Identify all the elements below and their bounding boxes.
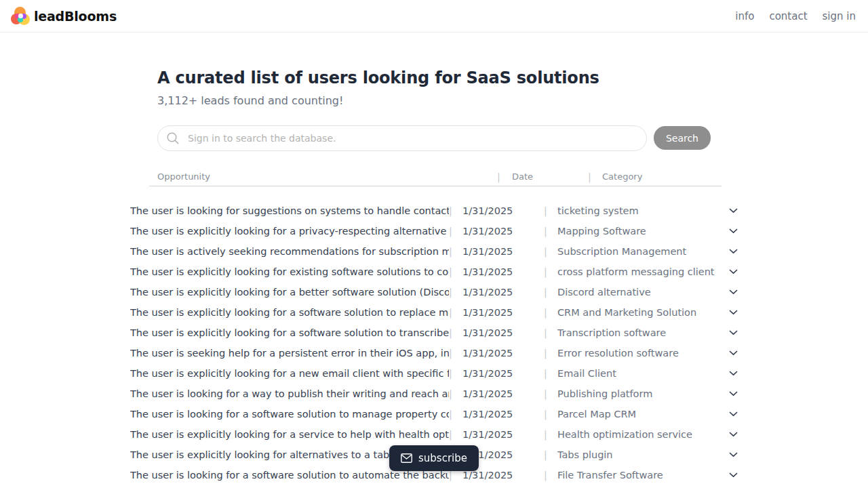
column-separator: | [449,470,462,481]
hero-section: A curated list of users looking for SaaS… [130,68,738,151]
column-header-date: Date [512,171,588,182]
opportunity-cell: The user is looking for suggestions on s… [130,205,449,216]
nav-link-contact[interactable]: contact [769,10,807,22]
table-row[interactable]: The user is explicitly looking for a sof… [130,323,738,343]
category-cell: Parcel Map CRM [557,409,722,420]
opportunity-cell: The user is explicitly looking for a sof… [130,307,449,318]
table-row[interactable]: The user is explicitly looking for a ser… [130,424,738,445]
chevron-down-icon[interactable] [729,391,738,396]
opportunity-cell: The user is explicitly looking for a sof… [130,327,449,338]
table-row[interactable]: The user is actively seeking recommendat… [130,241,738,262]
column-separator: | [544,449,557,460]
category-cell: ticketing system [557,205,722,216]
date-cell: 1/31/2025 [462,348,544,359]
table-row[interactable]: The user is explicitly looking for exist… [130,262,738,282]
category-cell: Tabs plugin [557,449,722,460]
chevron-down-icon[interactable] [729,269,738,274]
column-separator: | [449,226,462,237]
column-separator: | [544,226,557,237]
column-separator: | [449,429,462,440]
opportunity-cell: The user is looking for a way to publish… [130,388,449,399]
column-separator: | [449,409,462,420]
search-bar: Search [157,125,711,151]
subscribe-label: subscribe [418,452,467,464]
table-row[interactable]: The user is explicitly looking for a sof… [130,302,738,323]
search-input[interactable] [157,125,647,151]
date-cell: 1/31/2025 [462,226,544,237]
date-cell: 1/31/2025 [462,307,544,318]
chevron-down-icon[interactable] [729,350,738,356]
table-row[interactable]: The user is looking for a software solut… [130,404,738,424]
table-header: Opportunity | Date | Category [149,171,722,186]
envelope-icon [401,453,412,463]
opportunity-cell: The user is explicitly looking for a new… [130,368,449,379]
category-cell: Discord alternative [557,287,722,298]
brand[interactable]: leadBlooms [11,7,117,26]
search-icon [166,131,180,145]
date-cell: 1/31/2025 [462,266,544,277]
opportunity-cell: The user is actively seeking recommendat… [130,246,449,257]
page-title: A curated list of users looking for SaaS… [157,68,711,88]
leads-count-subtitle: 3,112+ leads found and counting! [157,94,711,107]
column-separator: | [449,307,462,318]
column-separator: | [544,266,557,277]
chevron-down-icon[interactable] [729,330,738,336]
chevron-down-icon[interactable] [729,432,738,437]
column-header-opportunity: Opportunity [149,171,497,182]
date-cell: 1/31/2025 [462,470,544,481]
chevron-down-icon[interactable] [729,371,738,376]
category-cell: Error resolution software [557,348,722,359]
category-cell: Email Client [557,368,722,379]
date-cell: 1/31/2025 [462,429,544,440]
opportunity-cell: The user is explicitly looking for a ser… [130,429,449,440]
chevron-down-icon[interactable] [729,411,738,417]
column-separator: | [544,327,557,338]
column-separator: | [544,348,557,359]
opportunity-cell: The user is explicitly looking for exist… [130,266,449,277]
navbar: leadBlooms info contact sign in [0,0,868,33]
nav-link-info[interactable]: info [735,10,754,22]
table-row[interactable]: The user is looking for a way to publish… [130,384,738,404]
chevron-down-icon[interactable] [729,208,738,214]
brand-name: leadBlooms [34,9,117,24]
chevron-down-icon[interactable] [729,310,738,315]
table-row[interactable]: The user is explicitly looking for a new… [130,363,738,384]
chevron-down-icon[interactable] [729,472,738,478]
category-cell: Health optimization service [557,429,722,440]
column-header-category: Category [602,171,722,182]
table-row[interactable]: The user is explicitly looking for a bet… [130,282,738,302]
opportunity-cell: The user is looking for a software solut… [130,470,449,481]
chevron-down-icon[interactable] [729,289,738,295]
column-separator: | [449,368,462,379]
column-separator: | [497,171,512,182]
logo-flower-icon [11,7,30,26]
category-cell: Transcription software [557,327,722,338]
chevron-down-icon[interactable] [729,452,738,458]
table-row[interactable]: The user is looking for suggestions on s… [130,201,738,221]
table-row[interactable]: The user is seeking help for a persisten… [130,343,738,363]
column-separator: | [544,388,557,399]
date-cell: 1/31/2025 [462,287,544,298]
category-cell: Subscription Management [557,246,722,257]
column-separator: | [588,171,602,182]
opportunity-cell: The user is explicitly looking for a pri… [130,226,449,237]
search-input-wrap [157,125,647,151]
opportunity-cell: The user is seeking help for a persisten… [130,348,449,359]
search-button[interactable]: Search [654,126,711,150]
column-separator: | [449,205,462,216]
category-cell: cross platform messaging client [557,266,722,277]
table-row[interactable]: The user is explicitly looking for a pri… [130,221,738,241]
nav-link-sign-in[interactable]: sign in [823,10,856,22]
column-separator: | [544,368,557,379]
column-separator: | [544,246,557,257]
chevron-down-icon[interactable] [729,228,738,234]
column-separator: | [544,429,557,440]
nav-links: info contact sign in [735,10,856,22]
leads-table-body: The user is looking for suggestions on s… [130,201,738,485]
column-separator: | [449,246,462,257]
column-separator: | [544,205,557,216]
chevron-down-icon[interactable] [729,249,738,254]
opportunity-cell: The user is looking for a software solut… [130,409,449,420]
column-separator: | [449,348,462,359]
subscribe-button[interactable]: subscribe [389,445,479,471]
